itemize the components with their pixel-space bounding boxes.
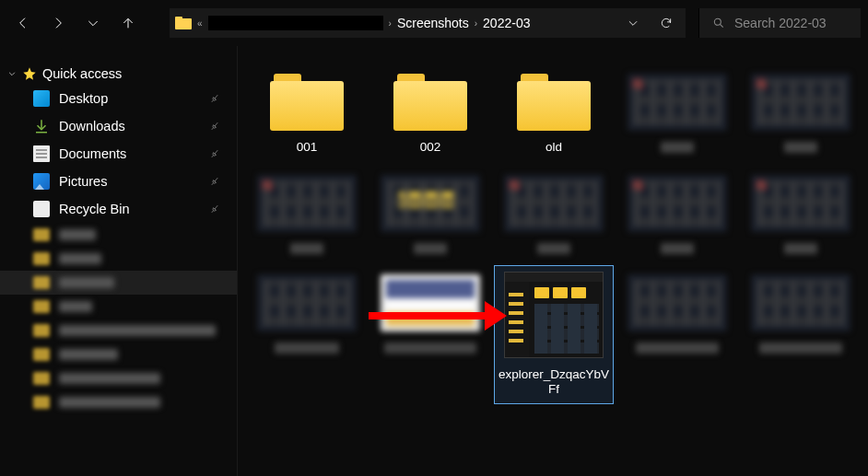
sidebar-item-downloads[interactable]: Downloads — [0, 112, 237, 140]
sidebar-item-redacted[interactable] — [0, 319, 237, 342]
pictures-icon — [33, 173, 50, 190]
pin-icon — [207, 146, 223, 162]
sidebar-item-label: Downloads — [59, 119, 125, 134]
up-button[interactable] — [112, 7, 144, 39]
sidebar-item-desktop[interactable]: Desktop — [0, 85, 237, 112]
item-label: 001 — [297, 140, 318, 155]
sidebar-item-redacted[interactable] — [0, 295, 237, 319]
redacted-path — [208, 16, 383, 30]
recent-dropdown[interactable] — [77, 7, 109, 39]
breadcrumb-screenshots[interactable]: Screenshots — [397, 16, 469, 30]
sidebar-item-documents[interactable]: Documents — [0, 140, 237, 168]
back-button[interactable] — [7, 7, 39, 39]
document-icon — [33, 145, 50, 162]
chevron-right-icon: › — [475, 18, 477, 29]
breadcrumb-current[interactable]: 2022-03 — [483, 16, 530, 30]
sidebar-item-redacted[interactable] — [0, 247, 237, 271]
refresh-button[interactable] — [652, 9, 680, 37]
desktop-icon — [33, 90, 50, 107]
sidebar-item-redacted-selected[interactable] — [0, 271, 237, 295]
chevron-right-icon: › — [389, 18, 392, 29]
folder-icon — [517, 74, 591, 131]
file-item-redacted[interactable] — [741, 166, 861, 260]
quick-access-header[interactable]: Quick access — [0, 63, 237, 85]
sidebar-item-recycle-bin[interactable]: Recycle Bin — [0, 195, 237, 223]
screenshot-thumbnail — [504, 272, 604, 358]
search-box[interactable]: Search 2022-03 — [698, 8, 861, 38]
sidebar-item-label: Desktop — [59, 91, 108, 106]
folder-item[interactable]: 002 — [370, 64, 490, 160]
file-item-redacted[interactable] — [494, 166, 614, 260]
pin-icon — [207, 174, 223, 190]
download-icon — [33, 118, 50, 134]
file-item-redacted[interactable] — [370, 265, 490, 403]
folder-item[interactable]: 001 — [247, 64, 367, 160]
chevron-down-icon — [7, 69, 17, 78]
pin-icon — [207, 91, 223, 107]
sidebar-item-redacted[interactable] — [0, 342, 237, 366]
sidebar-item-redacted[interactable] — [0, 366, 237, 390]
recycle-bin-icon — [33, 201, 50, 217]
svg-point-0 — [714, 18, 721, 25]
file-item-redacted[interactable] — [741, 64, 861, 160]
file-pane[interactable]: 001 002 old explorer_DzqacYbVFf — [238, 46, 868, 476]
file-item-redacted[interactable] — [247, 166, 367, 260]
sidebar-item-label: Recycle Bin — [59, 202, 130, 216]
folder-icon — [270, 74, 344, 131]
sidebar: Quick access Desktop Downloads Documents… — [0, 46, 238, 476]
file-item-selected[interactable]: explorer_DzqacYbVFf — [494, 265, 614, 403]
chevron-icon: « — [197, 18, 203, 29]
folder-item[interactable]: old — [494, 64, 614, 160]
forward-button[interactable] — [42, 7, 74, 39]
item-label: explorer_DzqacYbVFf — [497, 367, 611, 397]
folder-icon — [393, 74, 467, 131]
file-item-redacted[interactable] — [247, 265, 367, 403]
sidebar-item-label: Documents — [59, 146, 126, 161]
file-item-redacted[interactable] — [617, 265, 737, 403]
quick-access-label: Quick access — [42, 66, 122, 81]
folder-icon — [175, 17, 192, 29]
sidebar-item-label: Pictures — [59, 174, 107, 189]
item-label: 002 — [420, 140, 441, 155]
address-dropdown[interactable] — [619, 9, 647, 37]
star-icon — [22, 66, 37, 81]
search-icon — [712, 17, 725, 29]
file-item-redacted[interactable] — [617, 64, 737, 160]
toolbar: « › Screenshots › 2022-03 Search 2022-03 — [0, 0, 868, 46]
sidebar-item-redacted[interactable] — [0, 223, 237, 247]
file-item-redacted[interactable] — [741, 265, 861, 403]
search-placeholder: Search 2022-03 — [734, 16, 827, 30]
address-bar[interactable]: « › Screenshots › 2022-03 — [170, 8, 686, 38]
pin-icon — [207, 202, 223, 217]
sidebar-item-redacted[interactable] — [0, 390, 237, 414]
item-label: old — [545, 140, 562, 155]
file-item-redacted[interactable] — [370, 166, 490, 260]
sidebar-item-pictures[interactable]: Pictures — [0, 168, 237, 195]
file-item-redacted[interactable] — [617, 166, 737, 260]
pin-icon — [207, 119, 223, 134]
